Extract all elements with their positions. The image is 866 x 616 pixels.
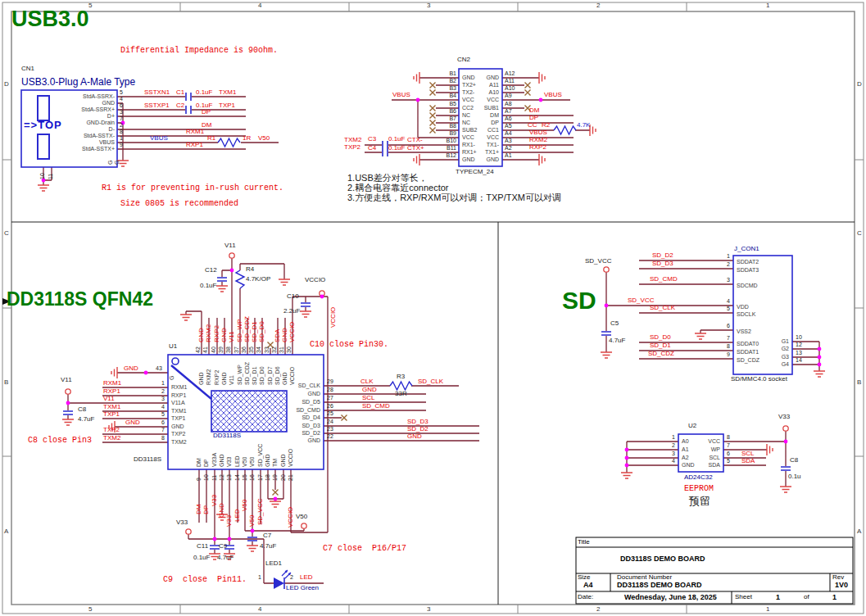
pin-number-u1: 42	[195, 346, 201, 353]
note-c8: C8 close Pin3	[28, 437, 92, 445]
pin-number-u1: 35	[248, 346, 254, 353]
refdes-or-value-sd: C5	[610, 320, 619, 327]
pin-name-cn2: VCC	[462, 97, 474, 102]
pin-name-cn1: D-	[109, 126, 115, 132]
net-label-u2: SCL	[741, 451, 755, 457]
net-label-u1: V33	[211, 495, 218, 506]
net-label-cn2: 0.1uF	[388, 145, 405, 152]
schematic-sheet: USB3.0Differential Impedance is 90ohm.R1…	[0, 0, 866, 616]
pin-number-cn2: A4	[505, 130, 512, 136]
pin-name-u1: V50	[242, 457, 247, 467]
pin-name-cn2: RX1-	[462, 142, 475, 147]
pin-name-u1: RXM1	[171, 384, 187, 390]
note-cn-1: 1.USB差分对等长，	[347, 174, 428, 183]
pin-name-cn2: A11	[489, 82, 499, 88]
capacitor-plates	[63, 93, 791, 549]
pin-number-sd: 13	[796, 350, 802, 356]
net-label-u1: SCL	[362, 395, 375, 401]
pin-number-u1: 28	[327, 387, 333, 392]
pin-number-u1: 1	[161, 380, 165, 386]
pin-number-u2: 4	[672, 458, 675, 464]
net-label-u1: GND	[282, 328, 288, 342]
pin-name-cn2: SUB2	[462, 127, 477, 133]
pin-name-u1: V33A	[211, 453, 217, 467]
pin-number-sd: 9	[727, 351, 730, 357]
pin-number-u1: 32	[271, 346, 277, 353]
pin-name-u1: TXM2	[171, 439, 187, 445]
resistor-r3	[390, 382, 412, 390]
net-label-cn2: VBUS	[392, 92, 410, 98]
refdes-or-value-u1: C12	[205, 267, 217, 274]
wires	[43, 78, 819, 583]
net-label-sd: SD_CLK	[650, 305, 675, 311]
net-label-u1: GND	[124, 365, 138, 372]
pin-name-cn1: StdA-SSTX-	[84, 133, 115, 138]
pin-number-u1: 15	[242, 474, 247, 481]
pin-number-cn2: B4	[449, 93, 456, 98]
net-label-cn1: TXP1	[219, 102, 235, 109]
net-label-u1: SD_VCC	[257, 499, 264, 525]
net-label-u1: SD_D1	[252, 321, 258, 342]
refdes-or-value-u1: R3	[397, 374, 405, 380]
frame-row-B: B	[857, 379, 861, 386]
rev-label: Rev	[832, 574, 844, 581]
resistor-r2	[554, 126, 576, 134]
title-label: Title	[578, 539, 590, 546]
pin-name-cn1: StdA-SSRX-	[83, 93, 115, 99]
pin-name-sd: VDD	[737, 304, 749, 310]
net-label-cn1: C2	[176, 102, 184, 109]
cn2-type: TYPECM_24	[456, 169, 494, 175]
pin-number-cn1: 7	[120, 116, 123, 121]
net-label-cn2: VBUS	[544, 92, 562, 98]
net-label-u1: SD_D3	[407, 419, 428, 425]
pin-name-u1: GND	[265, 454, 270, 467]
pin-name-sd: G4	[782, 361, 789, 367]
usb-key-icon	[38, 96, 49, 120]
section-title-sd: SD	[562, 288, 596, 313]
cn1-type: USB3.0-Plug A-Male Type	[21, 77, 135, 87]
pin-number-cn2: A9	[505, 93, 512, 98]
refdes-or-value-u2: 0.1u	[788, 473, 801, 480]
net-label-u1: SD_CLK	[418, 378, 443, 385]
refdes-or-value-u1: C9	[219, 543, 227, 550]
net-label-u1: CLK	[360, 378, 374, 385]
note-inrush: R1 is for preventing in-rush current.	[102, 184, 283, 192]
pin-name-sd: VSS2	[737, 328, 751, 334]
pin-number-u2: 6	[727, 451, 730, 456]
pin-name-u1: VCCIO	[288, 449, 293, 467]
pin-name-u1: GND	[171, 424, 184, 429]
frame-row-D: D	[857, 81, 862, 88]
pin-number-u1: 36	[241, 346, 247, 353]
net-label-u1: TXM2	[103, 435, 120, 442]
net-label-cn2: R2	[542, 122, 550, 129]
refdes-or-value-u1: 0.1uF	[200, 283, 216, 289]
pin-name-sd: SDDAT0	[737, 341, 759, 346]
refdes-jcon1: J_CON1	[734, 246, 759, 252]
net-label-sd: SD_D0	[650, 334, 671, 341]
net-label-u1: GND	[219, 503, 225, 518]
pin-number-u1: 12	[219, 474, 224, 481]
pin-name-u1: TXP2	[171, 431, 186, 437]
net-label-sd: SD_D2	[652, 252, 673, 259]
resistor-r1	[218, 138, 240, 147]
v11-port-icon	[229, 253, 234, 258]
pin-name-u2: SDA	[709, 462, 720, 468]
net-label-u1: SD_WP	[237, 319, 243, 342]
sheet-title: DD3118S DEMO BOARD	[620, 555, 705, 563]
pin-number-u1: 23	[327, 426, 333, 432]
sheet-number: 1	[776, 594, 780, 601]
pin-number-sd: 6	[727, 323, 730, 328]
net-label-u1: V50	[249, 515, 256, 527]
sheet-total: 1	[832, 594, 837, 601]
frame-row-A: A	[4, 528, 8, 535]
net-label-u1: TXP2	[103, 427, 120, 433]
pin-number-u1: 19	[272, 474, 278, 481]
frame-row-C: C	[4, 230, 9, 237]
refdes-or-value-u2: V33	[778, 414, 790, 420]
net-label-u1: V11	[103, 396, 115, 402]
pin-name-u1: GND	[219, 454, 224, 467]
docnum-label: Document Number	[617, 574, 672, 581]
pin-number-u1: 38	[225, 346, 231, 353]
pin-name-cn2: GND	[462, 156, 475, 162]
u1-part: DD3118S	[134, 456, 161, 463]
